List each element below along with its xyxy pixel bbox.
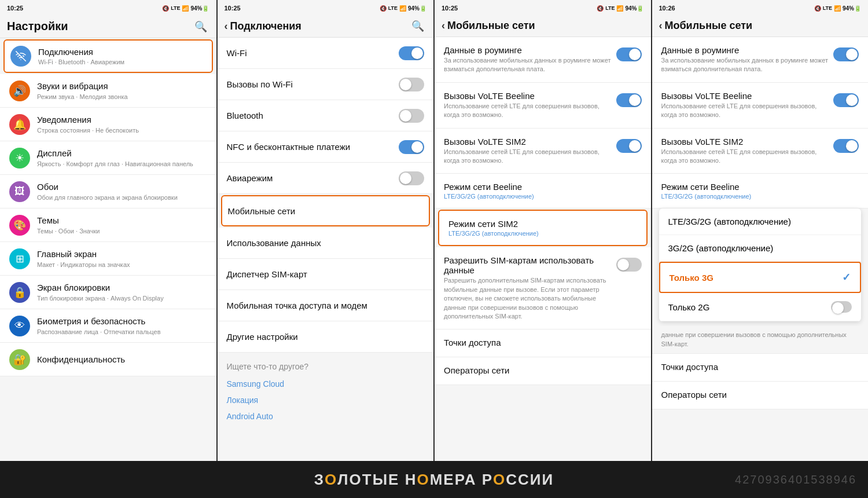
back-button-3[interactable]: ‹ Мобильные сети (442, 20, 535, 32)
conn-item-hotspot[interactable]: Мобильная точка доступа и модем (218, 290, 434, 321)
net-item-mode-sim2[interactable]: Режим сети SIM2 LTE/3G/2G (автоподключен… (438, 210, 648, 246)
settings-item-wallpaper[interactable]: 🖼 Обои Обои для главного экрана и экрана… (0, 175, 216, 208)
net-simdata-subtitle: Разрешить дополнительным SIM-картам испо… (444, 276, 616, 321)
conn-item-other[interactable]: Другие настройки (218, 321, 434, 353)
conn-bluetooth-toggle[interactable] (399, 109, 424, 123)
wallpaper-text: Обои Обои для главного экрана и экрана б… (37, 181, 207, 202)
dropdown-option-2g[interactable]: Только 2G (659, 293, 862, 321)
back-arrow-3: ‹ (442, 20, 445, 32)
suggest-link-location[interactable]: Локация (227, 392, 425, 408)
settings-item-connections[interactable]: Подключения Wi-Fi · Bluetooth · Авиарежи… (3, 39, 213, 73)
screen-mobilenets-2: 10:26 🔇 LTE 📶 94%🔋 ‹ Мобильные сети Данн… (652, 0, 869, 461)
net2-item-mode-beeline[interactable]: Режим сети Beeline LTE/3G/2G (автоподклю… (652, 174, 869, 208)
net-voltesim2-toggle[interactable] (616, 139, 642, 153)
net-roaming-toggle[interactable] (616, 47, 642, 61)
net-item-operators[interactable]: Операторы сети (435, 357, 651, 385)
dropdown-option-3g2g[interactable]: 3G/2G (автоподключение) (659, 235, 862, 262)
net-roaming-text: Данные в роуминге За использование мобил… (444, 45, 616, 74)
settings-item-lockscreen[interactable]: 🔒 Экран блокировки Тип блокировки экрана… (0, 276, 216, 309)
themes-subtitle: Темы · Обои · Значки (37, 227, 207, 235)
net2-item-roaming[interactable]: Данные в роуминге За использование мобил… (652, 37, 869, 83)
conn-item-airplane[interactable]: Авиарежим (218, 163, 434, 194)
net-item-apn[interactable]: Точки доступа (435, 329, 651, 357)
back-button-2[interactable]: ‹ Подключения (225, 20, 301, 32)
conn-simmanager-title: Диспетчер SIM-карт (227, 269, 425, 279)
sounds-title: Звуки и вибрация (37, 80, 207, 92)
net-item-volte-sim2[interactable]: Вызовы VoLTE SIM2 Использование сетей LT… (435, 129, 651, 174)
settings-item-privacy[interactable]: 🔐 Конфиденциальность (0, 343, 216, 376)
net2-item-operators[interactable]: Операторы сети (652, 382, 869, 409)
dropdown-option-lte3g2g[interactable]: LTE/3G/2G (автоподключение) (659, 208, 862, 235)
biometrics-text: Биометрия и безопасность Распознавание л… (37, 316, 207, 336)
battery-3: 94%🔋 (625, 5, 643, 12)
themes-icon: 🎨 (9, 215, 30, 236)
dropdown-2g-toggle[interactable] (831, 301, 852, 313)
header-4: ‹ Мобильные сети (652, 15, 869, 37)
back-button-4[interactable]: ‹ Мобильные сети (659, 20, 753, 32)
status-time-2: 10:25 (225, 5, 241, 12)
wifi-status-3: 📶 (616, 5, 623, 12)
settings-item-themes[interactable]: 🎨 Темы Темы · Обои · Значки (0, 208, 216, 242)
net-voltebeeline-toggle[interactable] (616, 93, 642, 107)
settings-item-display[interactable]: ☀ Дисплей Яркость · Комфорт для глаз · Н… (0, 141, 216, 175)
net-item-simdata[interactable]: Разрешить SIM-картам использовать данные… (435, 247, 651, 329)
net2-voltebeeline-toggle[interactable] (833, 93, 859, 107)
status-icons-4: 🔇 LTE 📶 94%🔋 (814, 5, 861, 12)
back-arrow-2: ‹ (225, 20, 228, 32)
header-2: ‹ Подключения 🔍 (218, 15, 434, 38)
mobilenets2-menu: Данные в роуминге За использование мобил… (652, 37, 869, 461)
conn-item-nfc[interactable]: NFC и бесконтактные платежи (218, 131, 434, 163)
conn-item-datausage[interactable]: Использование данных (218, 228, 434, 259)
net-roaming-subtitle: За использование мобильных данных в роум… (444, 56, 616, 74)
homescreen-subtitle: Макет · Индикаторы на значках (37, 261, 207, 269)
status-time-4: 10:26 (659, 5, 675, 12)
suggest-link-auto[interactable]: Android Auto (227, 408, 425, 424)
search-button-1[interactable]: 🔍 (194, 20, 207, 33)
net2-item-apn[interactable]: Точки доступа (652, 354, 869, 382)
lockscreen-title: Экран блокировки (37, 282, 207, 294)
net-voltebeeline-subtitle: Использование сетей LTE для совершения в… (444, 102, 616, 120)
conn-wifi-toggle[interactable] (399, 46, 424, 60)
notifications-subtitle: Строка состояния · Не беспокоить (37, 126, 207, 134)
network-icon-1: LTE (171, 5, 180, 11)
conn-item-bluetooth[interactable]: Bluetooth (218, 100, 434, 131)
conn-item-simmanager[interactable]: Диспетчер SIM-карт (218, 259, 434, 290)
conn-item-wificalls[interactable]: Вызовы по Wi-Fi (218, 69, 434, 100)
net-item-volte-beeline[interactable]: Вызовы VoLTE Beeline Использование сетей… (435, 83, 651, 129)
banner-text: ЗОЛОТЫЕ НОМЕРА РОССИИ (314, 471, 554, 489)
conn-wificalls-toggle[interactable] (399, 78, 424, 91)
net-item-roaming[interactable]: Данные в роуминге За использование мобил… (435, 37, 651, 83)
signal-icon-1: 🔇 (162, 5, 169, 12)
settings-item-sounds[interactable]: 🔊 Звуки и вибрация Режим звука · Мелодия… (0, 74, 216, 108)
net-voltesim2-title: Вызовы VoLTE SIM2 (444, 137, 616, 147)
net-simdata-toggle[interactable] (616, 258, 642, 272)
conn-datausage-title: Использование данных (227, 238, 425, 248)
net2-after-simdata-text: данные при совершении вызовов с помощью … (661, 331, 859, 349)
connections-subtitle: Wi-Fi · Bluetooth · Авиарежим (38, 58, 206, 66)
suggest-title: Ищете что-то другое? (227, 362, 425, 371)
status-icons-3: 🔇 LTE 📶 94%🔋 (597, 5, 643, 12)
settings-item-notifications[interactable]: 🔔 Уведомления Строка состояния · Не бесп… (0, 108, 216, 141)
net2-item-volte-sim2[interactable]: Вызовы VoLTE SIM2 Использование сетей LT… (652, 129, 869, 174)
settings-item-biometrics[interactable]: 👁 Биометрия и безопасность Распознавание… (0, 309, 216, 343)
status-time-1: 10:25 (7, 5, 23, 12)
net2-voltesim2-toggle[interactable] (833, 139, 859, 153)
banner-z: З (314, 471, 325, 489)
conn-nfc-toggle[interactable] (399, 140, 424, 154)
dropdown-option-3g[interactable]: Только 3G ✓ (659, 262, 862, 293)
network-icon-2: LTE (388, 5, 398, 11)
net-item-mode-beeline[interactable]: Режим сети Beeline LTE/3G/2G (автоподклю… (435, 174, 651, 208)
search-button-2[interactable]: 🔍 (411, 20, 424, 32)
suggest-link-samsung[interactable]: Samsung Cloud (227, 376, 425, 392)
network-icon-3: LTE (605, 5, 615, 11)
net2-item-volte-beeline[interactable]: Вызовы VoLTE Beeline Использование сетей… (652, 83, 869, 129)
dropdown-lte3g2g-label: LTE/3G/2G (автоподключение) (668, 217, 852, 226)
conn-item-wifi[interactable]: Wi-Fi (218, 38, 434, 69)
conn-airplane-toggle[interactable] (399, 171, 424, 185)
settings-item-homescreen[interactable]: ⊞ Главный экран Макет · Индикаторы на зн… (0, 242, 216, 276)
conn-item-mobilenets[interactable]: Мобильные сети (221, 195, 431, 226)
lockscreen-text: Экран блокировки Тип блокировки экрана ·… (37, 282, 207, 302)
battery-1: 94%🔋 (190, 5, 209, 12)
bottom-banner: ЗОЛОТЫЕ НОМЕРА РОССИИ 4270936401538946 (0, 461, 868, 498)
net2-roaming-toggle[interactable] (833, 47, 859, 61)
